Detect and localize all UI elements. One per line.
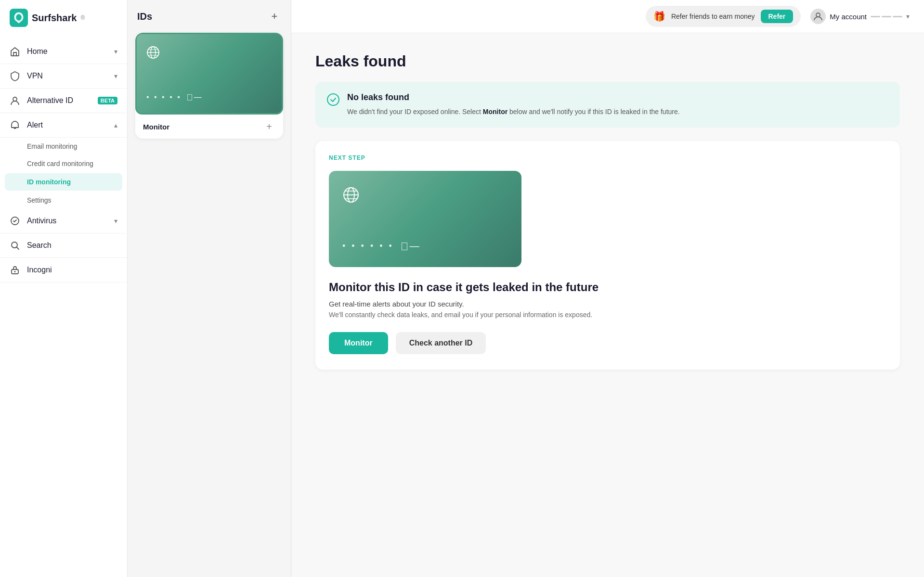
refer-text: Refer friends to earn money [671,13,755,20]
next-step-globe-icon [342,186,508,208]
sidebar-item-home[interactable]: Home ▾ [0,39,127,64]
sidebar-item-home-label: Home [27,47,107,56]
alert-sub-nav: Email monitoring Credit card monitoring … [0,138,127,209]
monitor-button[interactable]: Monitor [329,332,388,354]
check-circle-icon [327,93,339,106]
alert-icon [10,120,20,130]
no-leaks-banner: No leaks found We didn't find your ID ex… [315,82,900,128]
logo-registered: ® [80,14,85,21]
sidebar-item-search[interactable]: Search [0,233,127,258]
sidebar-item-antivirus-label: Antivirus [27,217,107,225]
search-icon [10,240,20,251]
id-card-container: • • • • • ⎕— Monitor + [135,33,283,139]
next-step-desc2: We'll constantly check data leaks, and e… [329,311,886,319]
sidebar-item-id-monitoring[interactable]: ID monitoring [5,173,122,191]
action-buttons: Monitor Check another ID [329,332,886,354]
home-icon [10,46,20,57]
no-leaks-desc-1: We didn't find your ID exposed online. S… [347,108,483,115]
next-step-card-dots: • • • • • • ⎕— [342,241,508,252]
sidebar-item-vpn-label: VPN [27,72,107,80]
home-chevron-icon: ▾ [114,48,117,55]
account-area[interactable]: My account ▾ [810,9,910,24]
id-card-globe-icon [146,46,272,63]
refer-banner: 🎁 Refer friends to earn money Refer [646,6,801,27]
sidebar-item-search-label: Search [27,241,117,250]
sidebar-item-altid-label: Alternative ID [27,96,91,105]
sidebar-item-settings[interactable]: Settings [0,192,127,209]
check-another-button[interactable]: Check another ID [396,332,486,354]
next-step-label: NEXT STEP [329,154,886,161]
antivirus-chevron-icon: ▾ [114,217,117,225]
page-title: Leaks found [315,52,900,70]
id-card-dots: • • • • • ⎕— [146,93,272,102]
incogni-icon [10,265,20,275]
logo-text: Surfshark [32,13,77,24]
detail-panel: 🎁 Refer friends to earn money Refer My a… [291,0,924,577]
sidebar-item-incogni[interactable]: Incogni [0,258,127,282]
sidebar-item-credit-card-monitoring[interactable]: Credit card monitoring [0,155,127,172]
vpn-chevron-icon: ▾ [114,72,117,80]
sidebar: Surfshark ® Home ▾ VPN ▾ Alternative ID … [0,0,128,577]
nav-items: Home ▾ VPN ▾ Alternative ID BETA Alert ▴ [0,36,127,286]
no-leaks-desc-2: below and we'll notify you if this ID is… [508,108,680,115]
id-card-footer-add-icon[interactable]: + [263,120,275,133]
sidebar-item-vpn[interactable]: VPN ▾ [0,64,127,89]
no-leaks-content: No leaks found We didn't find your ID ex… [347,92,680,117]
id-card-footer-label: Monitor [143,123,169,131]
antivirus-icon [10,216,20,226]
refer-button[interactable]: Refer [761,10,794,23]
sidebar-item-alternative-id[interactable]: Alternative ID BETA [0,89,127,113]
id-card-footer: Monitor + [135,115,283,139]
sidebar-item-incogni-label: Incogni [27,266,117,274]
vpn-icon [10,71,20,81]
ids-panel: IDs + • • • • • ⎕— Monit [128,0,291,577]
altid-icon [10,95,20,106]
surfshark-logo-icon [10,9,28,27]
beta-badge: BETA [98,97,117,104]
next-step-card: • • • • • • ⎕— [329,171,521,267]
ids-header: IDs + [135,10,283,23]
svg-point-5 [14,271,16,272]
next-step-desc: Get real-time alerts about your ID secur… [329,300,886,308]
no-leaks-heading: No leaks found [347,92,680,103]
ids-add-button[interactable]: + [268,10,281,23]
no-leaks-highlight: Monitor [483,108,508,115]
gift-icon: 🎁 [653,11,665,22]
main-content: IDs + • • • • • ⎕— Monit [128,0,924,577]
no-leaks-description: We didn't find your ID exposed online. S… [347,106,680,117]
sidebar-item-alert[interactable]: Alert ▴ [0,113,127,138]
logo-area: Surfshark ® [0,0,127,36]
ids-title: IDs [137,11,152,22]
svg-point-1 [13,97,17,101]
account-label: My account [830,13,867,21]
sidebar-item-alert-label: Alert [27,121,107,129]
alert-chevron-icon: ▴ [114,121,117,129]
top-bar: 🎁 Refer friends to earn money Refer My a… [291,0,924,33]
detail-content: Leaks found No leaks found We didn't fin… [291,33,924,577]
sidebar-item-email-monitoring[interactable]: Email monitoring [0,138,127,155]
account-chevron-icon: ▾ [906,13,910,20]
next-step-section: NEXT STEP • • • • • • ⎕— [315,141,900,370]
svg-point-8 [816,13,820,17]
account-avatar [810,9,826,24]
id-card[interactable]: • • • • • ⎕— [135,33,283,115]
sidebar-item-antivirus[interactable]: Antivirus ▾ [0,209,127,233]
next-step-heading: Monitor this ID in case it gets leaked i… [329,281,886,294]
account-dots [871,16,902,17]
